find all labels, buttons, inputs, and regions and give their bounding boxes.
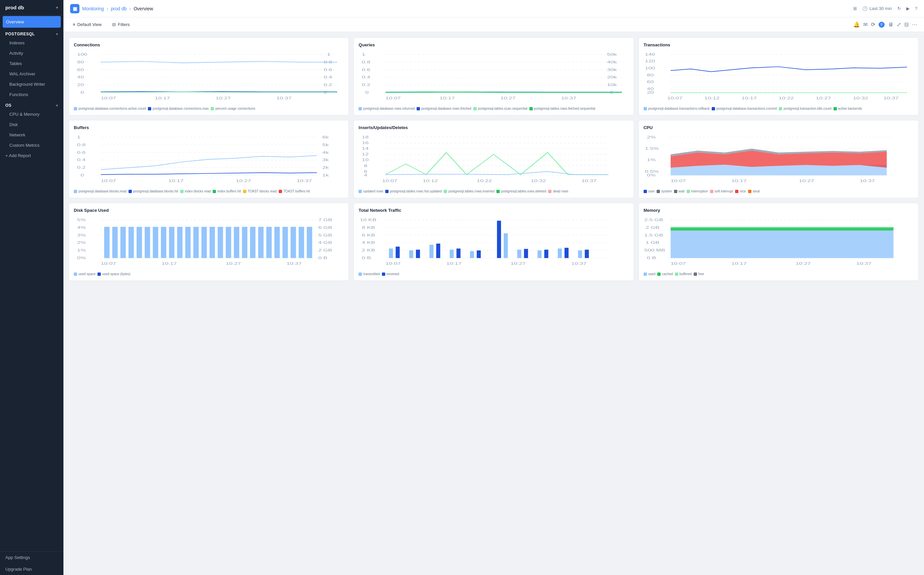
svg-text:2%: 2% bbox=[77, 241, 86, 245]
svg-rect-192 bbox=[457, 248, 460, 258]
transactions-chart-area: 140 120 100 80 60 40 20 10:07 10:12 10:1… bbox=[644, 51, 914, 104]
svg-text:0 B: 0 B bbox=[318, 256, 327, 260]
grid-icon[interactable]: ⊞ bbox=[853, 6, 857, 11]
sidebar-add-report[interactable]: + Add Report bbox=[0, 151, 64, 161]
topbar-right: ⊞ 🕐 Last 30 min ↻ ▶ ? bbox=[853, 6, 917, 11]
os-chevron[interactable]: ▾ bbox=[56, 103, 58, 108]
legend-item: soft interrupt bbox=[710, 189, 733, 193]
svg-rect-143 bbox=[104, 227, 110, 258]
bell-icon[interactable]: 🔔 bbox=[853, 21, 860, 28]
legend-item: dead rows bbox=[548, 189, 568, 193]
more-icon[interactable]: ⋯ bbox=[912, 21, 917, 28]
svg-text:10:22: 10:22 bbox=[779, 96, 794, 100]
svg-text:10:07: 10:07 bbox=[671, 262, 686, 265]
svg-rect-194 bbox=[477, 251, 481, 258]
app-logo: ▦ bbox=[70, 4, 80, 13]
memory-chart-area: 2.5 GB 2 GB 1.5 GB 1 GB 500 MB 0 B 10 bbox=[644, 216, 914, 270]
svg-text:60: 60 bbox=[647, 80, 653, 84]
legend-item: steal bbox=[748, 189, 760, 193]
sidebar-item-wal-archiver[interactable]: WAL Archiver bbox=[0, 69, 64, 79]
time-range[interactable]: 🕐 Last 30 min bbox=[862, 6, 892, 11]
sidebar-item-indexes[interactable]: Indexes bbox=[0, 38, 64, 48]
svg-text:1k: 1k bbox=[322, 173, 329, 177]
svg-rect-195 bbox=[497, 221, 501, 258]
db-name: prod db bbox=[5, 5, 24, 10]
svg-text:80: 80 bbox=[77, 60, 84, 64]
add-report-label: + Add Report bbox=[5, 153, 31, 158]
sidebar-item-activity[interactable]: Activity bbox=[0, 48, 64, 58]
refresh-icon[interactable]: ↻ bbox=[897, 6, 901, 11]
legend-item: postgresql.database.rows.returned bbox=[358, 107, 414, 110]
svg-text:40k: 40k bbox=[607, 60, 617, 64]
screen-icon[interactable]: 🖥 bbox=[888, 22, 893, 28]
svg-rect-201 bbox=[558, 248, 562, 258]
filters-button[interactable]: ⊟ Filters bbox=[110, 21, 132, 29]
svg-text:1: 1 bbox=[362, 53, 365, 56]
svg-text:1.5 GB: 1.5 GB bbox=[644, 233, 663, 237]
main-content: ▦ Monitoring › prod db › Overview ⊞ 🕐 La… bbox=[64, 0, 924, 575]
network-legend: transmitted received bbox=[358, 272, 629, 276]
svg-text:0.8: 0.8 bbox=[362, 60, 370, 64]
svg-text:40: 40 bbox=[77, 75, 84, 79]
svg-text:20: 20 bbox=[77, 83, 84, 87]
sidebar-item-background-writer[interactable]: Background Writer bbox=[0, 79, 64, 89]
play-icon[interactable]: ▶ bbox=[906, 6, 910, 11]
svg-text:6: 6 bbox=[364, 170, 368, 173]
topbar-left: ▦ Monitoring › prod db › Overview bbox=[70, 4, 153, 13]
toolbar: ≡ Default View ⊟ Filters 🔔 ✉ ⟳ 0 🖥 ⤢ ⊟ ⋯ bbox=[64, 17, 924, 32]
network-chart-area: 10 KB 8 KB 6 KB 4 KB 2 KB 0 B bbox=[358, 216, 629, 270]
svg-text:1 GB: 1 GB bbox=[645, 241, 660, 245]
svg-text:0.8: 0.8 bbox=[77, 143, 86, 147]
sidebar-item-disk[interactable]: Disk bbox=[0, 119, 64, 130]
layout-icon[interactable]: ⊟ bbox=[904, 21, 909, 28]
sync-icon[interactable]: ⟳ bbox=[871, 21, 875, 28]
svg-text:4: 4 bbox=[364, 173, 368, 177]
sidebar-item-upgrade-plan[interactable]: Upgrade Plan bbox=[0, 563, 64, 575]
sidebar-item-app-settings[interactable]: App Settings bbox=[0, 552, 64, 563]
db-nav-icon[interactable]: ▾ bbox=[56, 5, 58, 10]
sidebar-header: prod db ▾ bbox=[0, 0, 64, 15]
sidebar-item-network[interactable]: Network bbox=[0, 130, 64, 140]
svg-rect-167 bbox=[299, 227, 304, 258]
default-view-button[interactable]: ≡ Default View bbox=[70, 21, 104, 29]
queries-svg: 1 0.8 0.6 0.4 0.2 0 50k 40k 30k 20k 10k … bbox=[358, 51, 629, 104]
svg-text:12: 12 bbox=[362, 152, 368, 156]
svg-rect-157 bbox=[218, 227, 223, 258]
svg-text:2.5 GB: 2.5 GB bbox=[644, 218, 663, 222]
svg-rect-191 bbox=[450, 250, 454, 258]
svg-text:0.5%: 0.5% bbox=[645, 170, 659, 173]
svg-text:1%: 1% bbox=[77, 248, 86, 252]
svg-text:10:27: 10:27 bbox=[795, 262, 811, 265]
svg-text:0.6: 0.6 bbox=[362, 68, 370, 72]
svg-text:10:27: 10:27 bbox=[216, 96, 231, 100]
postgresql-chevron[interactable]: ▾ bbox=[56, 32, 58, 37]
sidebar-footer: App Settings Upgrade Plan bbox=[0, 551, 64, 575]
email-icon[interactable]: ✉ bbox=[863, 21, 868, 28]
sidebar-item-custom-metrics[interactable]: Custom Metrics bbox=[0, 140, 64, 151]
inserts-title: Inserts/Updates/Deletes bbox=[358, 125, 629, 130]
svg-text:60: 60 bbox=[77, 68, 84, 72]
sidebar-item-cpu-memory[interactable]: CPU & Memory bbox=[0, 109, 64, 119]
legend-item: used space bbox=[74, 272, 96, 276]
legend-item: nice bbox=[735, 189, 746, 193]
svg-text:1%: 1% bbox=[647, 158, 656, 162]
fullscreen-icon[interactable]: ⤢ bbox=[897, 21, 901, 28]
svg-text:3k: 3k bbox=[322, 158, 329, 162]
svg-rect-199 bbox=[538, 251, 542, 258]
sidebar-item-tables[interactable]: Tables bbox=[0, 58, 64, 69]
help-icon[interactable]: ? bbox=[915, 6, 917, 11]
breadcrumb-monitoring[interactable]: Monitoring bbox=[82, 6, 104, 11]
legend-item: free bbox=[694, 272, 704, 276]
svg-text:0.2: 0.2 bbox=[324, 83, 332, 87]
svg-text:2 GB: 2 GB bbox=[645, 226, 660, 229]
sidebar-item-functions[interactable]: Functions bbox=[0, 89, 64, 100]
svg-rect-202 bbox=[564, 248, 569, 258]
svg-text:10k: 10k bbox=[607, 83, 617, 87]
cpu-svg: 2% 1.5% 1% 0.5% 0% 10:07 10:17 bbox=[644, 133, 914, 187]
svg-text:18: 18 bbox=[362, 135, 368, 139]
breadcrumb-proddb[interactable]: prod db bbox=[111, 6, 126, 11]
svg-text:5k: 5k bbox=[322, 143, 329, 147]
inserts-chart-area: 18 16 14 12 10 8 6 4 10:07 10:12 10:22 bbox=[358, 133, 629, 187]
connections-chart-area: 100 80 60 40 20 0 1 0.8 0.6 0.4 0.2 0 bbox=[74, 51, 344, 104]
sidebar-item-overview[interactable]: Overview bbox=[3, 16, 61, 28]
